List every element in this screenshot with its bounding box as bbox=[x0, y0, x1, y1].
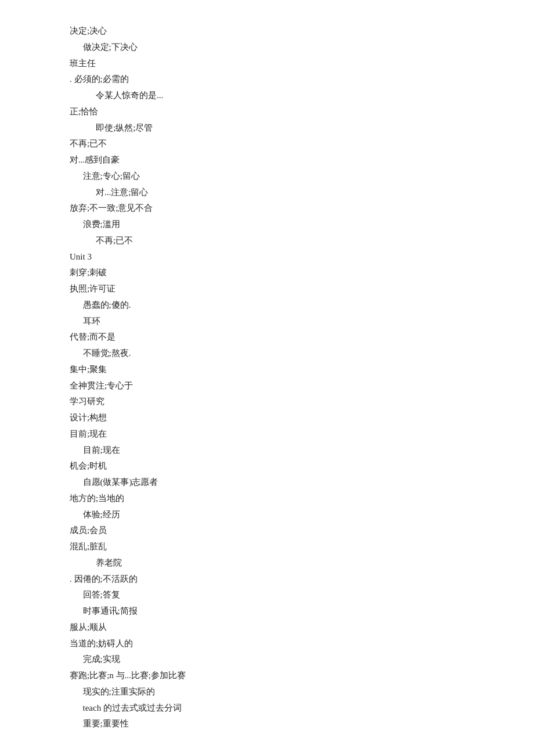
list-item: 刺穿;刺破 bbox=[70, 265, 464, 281]
list-item: 执照;许可证 bbox=[70, 281, 464, 297]
list-item: 体验;经历 bbox=[70, 507, 464, 523]
list-item: 服从;顺从 bbox=[70, 620, 464, 636]
list-item: 完成;实现 bbox=[70, 651, 464, 668]
list-item: 浪费;滥用 bbox=[70, 217, 464, 233]
list-item: 放弃;不一致;意见不合 bbox=[70, 200, 464, 217]
list-item: 班主任 bbox=[70, 56, 464, 72]
list-item: 目前;现在 bbox=[70, 442, 464, 459]
list-item: 决定;决心 bbox=[70, 23, 464, 39]
list-item: 不睡觉;熬夜. bbox=[70, 345, 464, 362]
list-item: . 必须的;必需的 bbox=[70, 71, 464, 88]
list-item: 时事通讯;简报 bbox=[70, 603, 464, 620]
list-item: 耳环 bbox=[70, 314, 464, 330]
list-item: 混乱;脏乱 bbox=[70, 539, 464, 555]
list-item: 代替;而不是 bbox=[70, 329, 464, 345]
list-item: 当道的;妨碍人的 bbox=[70, 636, 464, 652]
list-item: . 因倦的;不活跃的 bbox=[70, 571, 464, 588]
list-item: 全神贯注;专心于 bbox=[70, 378, 464, 394]
list-item: 不再;已不 bbox=[70, 136, 464, 152]
main-content: 决定;决心做决定;下决心班主任. 必须的;必需的令某人惊奇的是...正;恰恰即使… bbox=[70, 23, 464, 732]
list-item: 机会;时机 bbox=[70, 458, 464, 474]
list-item: 学习研究 bbox=[70, 394, 464, 410]
list-item: 赛跑;比赛;n 与...比赛;参加比赛 bbox=[70, 668, 464, 684]
list-item: 对...注意;留心 bbox=[70, 185, 464, 201]
list-item: 正;恰恰 bbox=[70, 104, 464, 120]
list-item: teach 的过去式或过去分词 bbox=[70, 700, 464, 717]
list-item: Unit 3 bbox=[70, 249, 464, 265]
list-item: 成员;会员 bbox=[70, 523, 464, 539]
list-item: 注意;专心;留心 bbox=[70, 168, 464, 185]
list-item: 重要;重要性 bbox=[70, 716, 464, 732]
list-item: 设计;构想 bbox=[70, 410, 464, 426]
list-item: 目前;现在 bbox=[70, 426, 464, 442]
list-item: 愚蠢的;傻的. bbox=[70, 297, 464, 314]
list-item: 即使;纵然;尽管 bbox=[70, 120, 464, 136]
list-item: 令某人惊奇的是... bbox=[70, 88, 464, 104]
list-item: 自愿(做某事)志愿者 bbox=[70, 474, 464, 491]
list-item: 回答;答复 bbox=[70, 587, 464, 603]
list-item: 对...感到自豪 bbox=[70, 152, 464, 168]
list-item: 地方的;当地的 bbox=[70, 491, 464, 507]
list-item: 做决定;下决心 bbox=[70, 39, 464, 56]
list-item: 现实的;注重实际的 bbox=[70, 684, 464, 700]
list-item: 集中;聚集 bbox=[70, 362, 464, 378]
list-item: 养老院 bbox=[70, 555, 464, 571]
list-item: 不再;已不 bbox=[70, 233, 464, 249]
